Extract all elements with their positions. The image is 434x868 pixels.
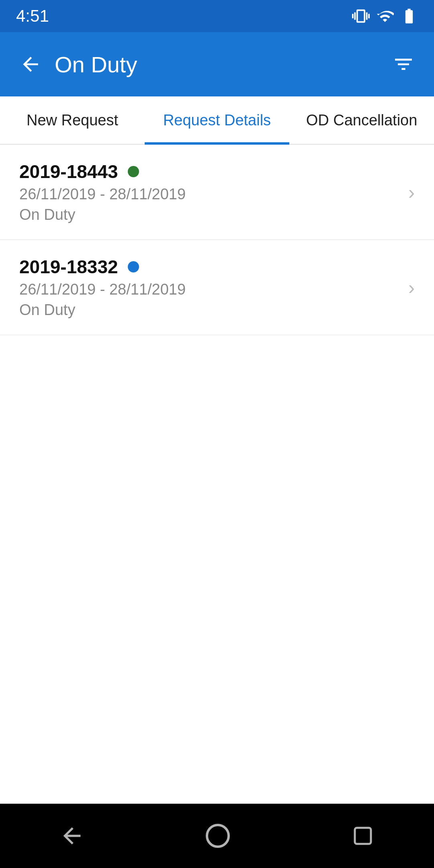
page-title: On Duty bbox=[55, 51, 137, 78]
list-item[interactable]: 2019-18443 26/11/2019 - 28/11/2019 On Du… bbox=[0, 145, 434, 240]
tabs-container: New Request Request Details OD Cancellat… bbox=[0, 96, 434, 145]
list-item-content: 2019-18332 26/11/2019 - 28/11/2019 On Du… bbox=[19, 256, 186, 319]
svg-point-0 bbox=[207, 825, 229, 847]
request-type: On Duty bbox=[19, 206, 186, 223]
chevron-right-icon: › bbox=[408, 276, 415, 299]
status-bar: 4:51 bbox=[0, 0, 434, 32]
date-range: 26/11/2019 - 28/11/2019 bbox=[19, 186, 186, 203]
wifi-icon bbox=[376, 7, 394, 25]
back-arrow-icon bbox=[19, 53, 42, 76]
list-container: 2019-18443 26/11/2019 - 28/11/2019 On Du… bbox=[0, 145, 434, 804]
nav-back-button[interactable] bbox=[59, 823, 85, 849]
tab-od-cancellation[interactable]: OD Cancellation bbox=[289, 96, 434, 144]
nav-home-button[interactable] bbox=[203, 821, 232, 850]
back-button[interactable] bbox=[19, 53, 42, 76]
app-bar: On Duty bbox=[0, 32, 434, 96]
list-item[interactable]: 2019-18332 26/11/2019 - 28/11/2019 On Du… bbox=[0, 240, 434, 335]
bottom-navigation bbox=[0, 804, 434, 868]
filter-icon bbox=[392, 53, 415, 76]
nav-recent-icon bbox=[351, 824, 375, 848]
request-type: On Duty bbox=[19, 301, 186, 319]
status-icons bbox=[352, 7, 418, 25]
date-range: 26/11/2019 - 28/11/2019 bbox=[19, 281, 186, 298]
filter-button[interactable] bbox=[392, 53, 415, 76]
tab-request-details[interactable]: Request Details bbox=[145, 96, 289, 144]
vibrate-icon bbox=[352, 7, 370, 25]
nav-recent-button[interactable] bbox=[351, 824, 375, 848]
status-time: 4:51 bbox=[16, 6, 49, 26]
nav-home-icon bbox=[203, 821, 232, 850]
status-dot-blue bbox=[128, 261, 139, 272]
list-item-id-row: 2019-18443 bbox=[19, 161, 186, 182]
list-item-id-row: 2019-18332 bbox=[19, 256, 186, 278]
nav-back-icon bbox=[59, 823, 85, 849]
svg-rect-1 bbox=[355, 828, 371, 844]
status-dot-green bbox=[128, 166, 139, 177]
tab-new-request[interactable]: New Request bbox=[0, 96, 145, 144]
request-id: 2019-18443 bbox=[19, 161, 118, 182]
request-id: 2019-18332 bbox=[19, 256, 118, 278]
list-item-content: 2019-18443 26/11/2019 - 28/11/2019 On Du… bbox=[19, 161, 186, 223]
battery-icon bbox=[400, 7, 418, 25]
chevron-right-icon: › bbox=[408, 181, 415, 203]
app-bar-left: On Duty bbox=[19, 51, 137, 78]
